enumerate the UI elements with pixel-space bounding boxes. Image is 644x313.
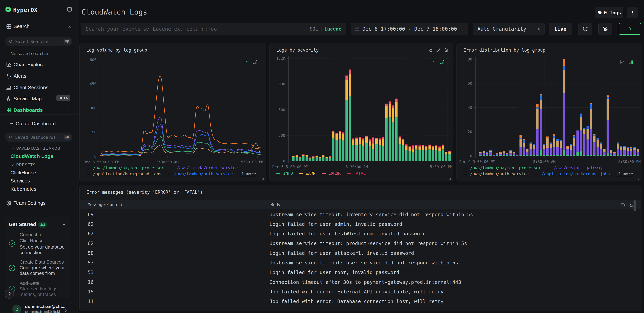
task-title[interactable]: Connect toClickHouse (20, 232, 44, 244)
live-label: Live (554, 26, 566, 32)
calendar-icon (354, 26, 360, 31)
legend-label[interactable]: ERROR (328, 171, 340, 176)
legend-label[interactable]: /application/background-jobs (93, 172, 162, 176)
svg-text:0: 0 (470, 154, 472, 158)
saved-dashboards-input[interactable]: Saved Dashboards ⌘K (5, 133, 72, 142)
sidebar-item-services[interactable]: Services (0, 178, 78, 184)
table-row[interactable]: 62Upstream service timeout: product-serv… (80, 239, 634, 248)
table-scrollbar[interactable] (634, 200, 636, 211)
sql-toggle[interactable]: SQL (310, 26, 318, 32)
table-row[interactable]: 11Job failed with error: Database connec… (80, 297, 634, 306)
tags-label: 0 Tags (604, 10, 621, 15)
sidebar-item-chart-explorer[interactable]: Chart Explorer (0, 62, 78, 67)
resize-handle-icon[interactable] (448, 176, 451, 180)
more-options-button[interactable] (627, 7, 638, 18)
legend-swatch (86, 174, 90, 174)
language-toggle[interactable]: SQL|Lucene (310, 26, 342, 32)
legend-label[interactable]: /aws/lambda/payment-processor (93, 165, 164, 170)
legend-label[interactable]: /aws/lambda/payment-processor (470, 165, 541, 170)
sidebar-item-clickhouse[interactable]: ClickHouse (0, 170, 78, 175)
cell-message-count: 57 (88, 260, 94, 266)
cell-message-count: 62 (88, 221, 94, 227)
dashboards-icon (6, 107, 12, 113)
download-icon[interactable] (629, 202, 633, 207)
legend-label[interactable]: INFO (283, 171, 293, 176)
sidebar-item-alerts[interactable]: Alerts (0, 73, 78, 79)
chart-legend-row: /aws/lambda/payment-processor/aws/ecs/ap… (464, 165, 606, 170)
resize-handle-icon[interactable] (260, 176, 264, 180)
severity-chart-plot[interactable]: 03006009001.2KDec 6 5:00:00 PM3:30:00 AM… (270, 43, 453, 182)
page-title: CloudWatch Logs (82, 8, 147, 16)
create-dashboard-button[interactable]: Create Dashboard (0, 121, 78, 127)
table-row[interactable]: 62Login failed for user test@test.com, i… (80, 229, 634, 239)
line-chart-plot[interactable]: 0150300450600Dec 6 5:00:00 PM3:30:00 AM5… (80, 43, 266, 182)
legend-label[interactable]: /application/background-jobs (542, 172, 610, 176)
legend-label[interactable]: /aws/lambda/order-service (177, 165, 238, 170)
task-title[interactable]: Add Data (20, 280, 39, 286)
legend-more-link[interactable]: +1 more (239, 172, 256, 176)
table-row[interactable]: 53Login failed for user root, invalid pa… (80, 268, 634, 277)
chevron-up-icon[interactable] (67, 25, 72, 29)
table-row[interactable]: 69Upstream service timeout: inventory-se… (80, 210, 634, 219)
collapse-sidebar-icon[interactable] (67, 7, 72, 12)
resize-handle-icon[interactable] (636, 176, 640, 180)
live-button[interactable]: Live (549, 23, 572, 35)
lucene-toggle[interactable]: Lucene (324, 26, 342, 32)
column-header-message-count[interactable]: Message Count (88, 202, 124, 207)
cell-body: Job failed with error: Database connecti… (270, 299, 444, 304)
user-name: dominic.tran@clic... (25, 304, 66, 309)
resize-handle-icon[interactable] (636, 306, 640, 310)
drag-handle-icon[interactable] (265, 203, 268, 207)
table-row[interactable]: 58Login failed for user attacker1, inval… (80, 248, 634, 258)
sidebar-item-label: Client Sessions (14, 85, 48, 90)
svg-text:5:30:00 PM: 5:30:00 PM (430, 165, 452, 169)
table-row[interactable]: 15Job failed with error: External API un… (80, 287, 634, 297)
group-saved-dashboards[interactable]: SAVED DASHBOARDS (0, 146, 78, 151)
help-button[interactable]: ? (4, 289, 14, 299)
sidebar-item-kubernetes[interactable]: Kubernetes (0, 186, 78, 192)
tags-button[interactable]: 0 Tags (595, 7, 624, 18)
group-label: PRESETS (16, 163, 36, 167)
chevron-up-icon[interactable] (67, 108, 72, 113)
run-query-button[interactable] (619, 23, 641, 35)
sidebar-item-dashboards[interactable]: Dashboards (0, 107, 78, 113)
column-options-icon[interactable] (621, 202, 625, 207)
avatar: D (12, 305, 22, 313)
table-row[interactable]: 57Upstream service timeout: user-service… (80, 258, 634, 268)
svg-text:80: 80 (468, 57, 472, 61)
sidebar-item-search[interactable]: Search (0, 24, 78, 29)
svg-text:0: 0 (94, 154, 96, 158)
svg-text:20: 20 (468, 130, 472, 134)
svg-text:5:30:00 PM: 5:30:00 PM (618, 159, 640, 164)
legend-label[interactable]: /aws/lambda/auth-service (470, 172, 529, 176)
filter-button[interactable] (598, 23, 612, 35)
table-row[interactable]: 62Login failed for user admin, invalid p… (80, 219, 634, 229)
legend-swatch (464, 174, 468, 174)
user-card[interactable]: D dominic.tran@clic... dominic.tran@clic… (5, 302, 72, 313)
legend-label[interactable]: WARN (306, 171, 316, 176)
sidebar-item-service-map[interactable]: Service Map BETA (0, 96, 78, 102)
legend-label[interactable]: /aws/lambda/auth-service (174, 172, 233, 176)
chevron-up-icon[interactable] (62, 222, 66, 226)
refresh-button[interactable] (578, 23, 592, 35)
legend-swatch (168, 174, 172, 174)
sidebar-item-client-sessions[interactable]: Client Sessions (0, 85, 78, 90)
legend-label[interactable]: FATAL (354, 171, 366, 176)
legend-more-link[interactable]: +1 more (616, 172, 633, 176)
tag-icon (597, 10, 602, 15)
cell-message-count: 15 (88, 289, 94, 295)
sidebar-item-cloudwatch-logs[interactable]: CloudWatch Logs (0, 153, 78, 159)
saved-searches-input[interactable]: Saved Searches ⌘K (5, 37, 72, 46)
granularity-select[interactable]: Auto Granularity (473, 23, 545, 35)
group-presets[interactable]: PRESETS (0, 162, 78, 167)
column-header-body[interactable]: Body (265, 202, 280, 207)
error-distribution-plot[interactable]: 020406080Dec 6 5:00:00 PM3:30:00 AM5:30:… (457, 43, 642, 182)
chevron-down-icon (11, 163, 14, 167)
task-title[interactable]: Create Data Sources (20, 259, 64, 265)
table-row[interactable]: 16Connection timeout after 30s to paymen… (80, 277, 634, 287)
time-range-picker[interactable]: Dec 6 17:00:00 - Dec 7 18:00:00 (351, 23, 468, 35)
saved-searches-placeholder: Saved Searches (15, 39, 64, 44)
sidebar-item-team-settings[interactable]: Team Settings (0, 200, 78, 206)
legend-label[interactable]: /aws/ecs/api-gateway (554, 165, 602, 170)
event-search-input[interactable]: Search your events w/ Lucene ex. column:… (81, 23, 346, 35)
